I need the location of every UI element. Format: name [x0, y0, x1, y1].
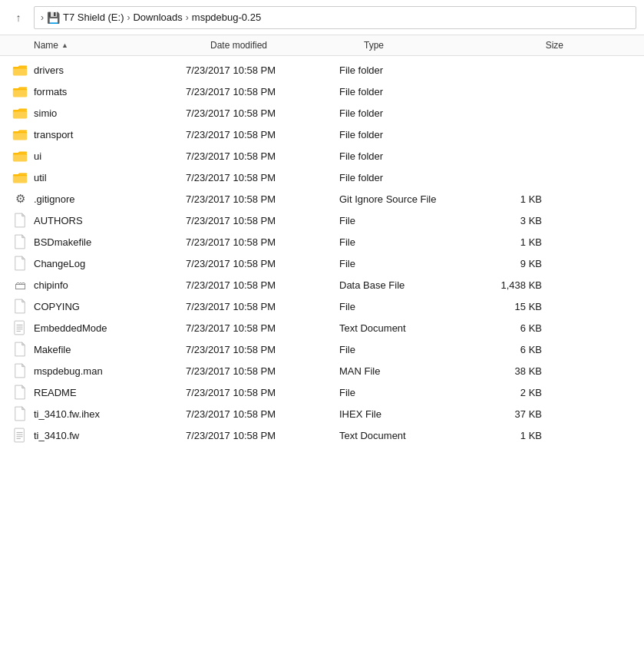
file-icon	[14, 385, 26, 400]
file-name: AUTHORS	[34, 215, 83, 226]
file-type: MAN File	[339, 365, 462, 377]
table-row[interactable]: formats 7/23/2017 10:58 PM File folder	[0, 81, 644, 102]
svg-rect-5	[13, 111, 27, 118]
table-row[interactable]: COPYING 7/23/2017 10:58 PM File 15 KB	[0, 296, 644, 317]
file-type: File folder	[339, 172, 462, 183]
folder-icon	[12, 149, 28, 163]
column-header-type[interactable]: Type	[361, 38, 484, 52]
file-icon-container	[12, 213, 28, 228]
file-size: 15 KB	[462, 301, 554, 312]
file-name: ui	[34, 150, 41, 162]
svg-rect-17	[15, 428, 24, 442]
file-size: 1 KB	[462, 193, 554, 205]
file-type: File	[339, 344, 462, 355]
file-name-cell: util	[9, 170, 186, 185]
file-icon-container	[12, 148, 28, 163]
file-size: 2 KB	[462, 387, 554, 398]
file-icon-container	[12, 84, 28, 99]
file-name-cell: formats	[9, 84, 186, 99]
breadcrumb-container[interactable]: › 💾 T7 Shield (E:) › Downloads › mspdebu…	[34, 6, 636, 29]
file-name: simio	[34, 107, 57, 119]
table-row[interactable]: EmbeddedMode 7/23/2017 10:58 PM Text Doc…	[0, 317, 644, 338]
file-icon-container	[12, 170, 28, 185]
file-name-cell: ti_3410.fw.ihex	[9, 406, 186, 421]
svg-rect-11	[13, 176, 27, 183]
svg-rect-12	[15, 321, 24, 335]
file-size: 1 KB	[462, 236, 554, 248]
table-row[interactable]: ti_3410.fw.ihex 7/23/2017 10:58 PM IHEX …	[0, 403, 644, 424]
column-header-name[interactable]: Name ▲	[31, 38, 207, 52]
file-icon	[14, 342, 26, 357]
breadcrumb-t7shield[interactable]: 💾 T7 Shield (E:)	[47, 12, 124, 24]
file-date: 7/23/2017 10:58 PM	[186, 279, 339, 291]
file-date: 7/23/2017 10:58 PM	[186, 387, 339, 398]
column-header-size[interactable]: Size	[484, 38, 576, 52]
table-row[interactable]: transport 7/23/2017 10:58 PM File folder	[0, 124, 644, 145]
file-icon-container	[12, 363, 28, 378]
table-row[interactable]: simio 7/23/2017 10:58 PM File folder	[0, 102, 644, 124]
breadcrumb-sep-1: ›	[127, 12, 130, 23]
breadcrumb-mspdebug[interactable]: mspdebug-0.25	[192, 12, 261, 23]
file-date: 7/23/2017 10:58 PM	[186, 430, 339, 441]
column-header-date[interactable]: Date modified	[207, 38, 361, 52]
table-row[interactable]: ui 7/23/2017 10:58 PM File folder	[0, 145, 644, 167]
svg-rect-1	[13, 68, 27, 75]
breadcrumb-downloads[interactable]: Downloads	[133, 12, 182, 23]
file-name: util	[34, 172, 47, 183]
file-name-cell: README	[9, 385, 186, 400]
file-name: ti_3410.fw.ihex	[34, 408, 100, 420]
file-date: 7/23/2017 10:58 PM	[186, 193, 339, 205]
table-row[interactable]: ti_3410.fw 7/23/2017 10:58 PM Text Docum…	[0, 424, 644, 446]
file-icon-container	[12, 320, 28, 335]
file-name-cell: Makefile	[9, 342, 186, 357]
file-name-cell: 🗃 chipinfo	[9, 277, 186, 292]
svg-rect-9	[13, 154, 27, 161]
table-row[interactable]: README 7/23/2017 10:58 PM File 2 KB	[0, 381, 644, 403]
file-name-cell: EmbeddedMode	[9, 320, 186, 335]
file-name: formats	[34, 86, 67, 97]
file-date: 7/23/2017 10:58 PM	[186, 365, 339, 377]
folder-icon	[12, 127, 28, 141]
folder-icon	[12, 84, 28, 98]
file-type: File folder	[339, 150, 462, 162]
table-row[interactable]: 🗃 chipinfo 7/23/2017 10:58 PM Data Base …	[0, 274, 644, 296]
file-size: 37 KB	[462, 408, 554, 420]
file-size: 3 KB	[462, 215, 554, 226]
file-date: 7/23/2017 10:58 PM	[186, 86, 339, 97]
file-type: File folder	[339, 64, 462, 76]
file-icon	[14, 406, 26, 421]
file-size: 1 KB	[462, 430, 554, 441]
table-row[interactable]: BSDmakefile 7/23/2017 10:58 PM File 1 KB	[0, 231, 644, 253]
table-row[interactable]: drivers 7/23/2017 10:58 PM File folder	[0, 59, 644, 81]
file-date: 7/23/2017 10:58 PM	[186, 408, 339, 420]
table-row[interactable]: Makefile 7/23/2017 10:58 PM File 6 KB	[0, 338, 644, 360]
table-row[interactable]: ChangeLog 7/23/2017 10:58 PM File 9 KB	[0, 253, 644, 274]
file-name: Makefile	[34, 344, 71, 355]
back-button[interactable]: ↑	[8, 7, 29, 28]
file-icon	[14, 363, 26, 378]
file-type: File folder	[339, 107, 462, 119]
file-name-cell: ui	[9, 148, 186, 163]
file-size: 1,438 KB	[462, 279, 554, 291]
table-row[interactable]: AUTHORS 7/23/2017 10:58 PM File 3 KB	[0, 210, 644, 231]
file-type: File	[339, 236, 462, 248]
file-icon	[14, 299, 26, 314]
file-date: 7/23/2017 10:58 PM	[186, 215, 339, 226]
address-bar: ↑ › 💾 T7 Shield (E:) › Downloads › mspde…	[0, 0, 644, 35]
file-name-cell: AUTHORS	[9, 213, 186, 228]
text-file-icon	[14, 428, 26, 443]
file-date: 7/23/2017 10:58 PM	[186, 150, 339, 162]
file-type: File folder	[339, 86, 462, 97]
folder-icon	[12, 106, 28, 120]
drive-icon: 💾	[47, 12, 60, 24]
file-date: 7/23/2017 10:58 PM	[186, 107, 339, 119]
table-row[interactable]: util 7/23/2017 10:58 PM File folder	[0, 167, 644, 188]
file-icon-container	[12, 234, 28, 249]
file-icon	[14, 234, 26, 249]
file-name: BSDmakefile	[34, 236, 91, 248]
breadcrumb-sep-2: ›	[186, 12, 189, 23]
file-type: IHEX File	[339, 408, 462, 420]
table-row[interactable]: ⚙ .gitignore 7/23/2017 10:58 PM Git Igno…	[0, 188, 644, 210]
file-name: transport	[34, 129, 73, 140]
table-row[interactable]: mspdebug.man 7/23/2017 10:58 PM MAN File…	[0, 360, 644, 381]
